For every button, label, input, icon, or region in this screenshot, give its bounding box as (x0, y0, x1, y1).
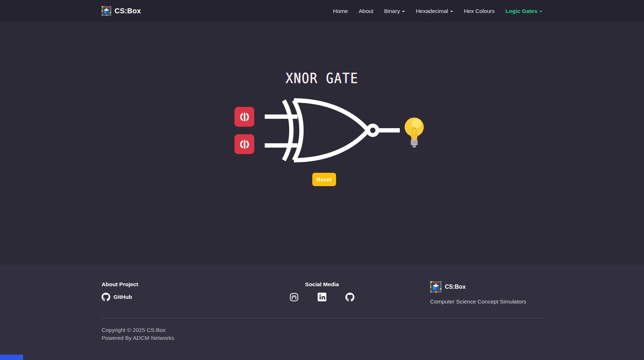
linkedin-icon (318, 293, 326, 301)
copyright-line: Copyright © 2025 CS:Box (102, 326, 542, 334)
footer-brand-column: CS:Box Computer Science Concept Simulato… (395, 281, 542, 305)
input-b-toggle-button[interactable] (234, 134, 254, 154)
nav-item-home[interactable]: Home (333, 8, 348, 14)
about-project-heading: About Project (102, 281, 249, 288)
output-lightbulb-on-icon (403, 116, 425, 150)
power-off-icon (239, 112, 250, 122)
mastodon-icon (290, 293, 299, 302)
csbox-logo-icon (102, 6, 111, 16)
input-a-toggle-button[interactable] (234, 107, 254, 127)
chevron-down-icon (402, 11, 405, 12)
footer-brand-label: CS:Box (445, 284, 466, 290)
reset-button[interactable]: Reset (312, 173, 336, 186)
navbar-brand[interactable]: CS:Box (102, 6, 141, 16)
footer-social-column: Social Media (249, 281, 395, 305)
copyright-block: Copyright © 2025 CS:Box Powered By ADCM … (102, 326, 542, 342)
nav-item-binary[interactable]: Binary (384, 8, 405, 14)
nav-item-hex-colours[interactable]: Hex Colours (464, 8, 495, 14)
nav-item-about[interactable]: About (359, 8, 374, 14)
powered-by-line: Powered By ADCM Networks (102, 334, 542, 342)
power-off-icon (239, 139, 250, 150)
linkedin-link[interactable] (318, 293, 326, 302)
gate-title: XNOR GATE (0, 70, 644, 86)
social-media-heading: Social Media (249, 281, 395, 288)
chevron-down-icon (450, 11, 453, 12)
navbar-brand-label: CS:Box (115, 7, 141, 15)
github-icon (345, 293, 354, 302)
github-social-link[interactable] (345, 293, 354, 302)
nav-item-logic-gates[interactable]: Logic Gates (505, 8, 542, 14)
chevron-down-icon (540, 11, 542, 12)
nav-links: Home About Binary Hexadecimal Hex Colour… (333, 8, 542, 14)
footer: About Project GitHub Social Media (0, 265, 644, 360)
github-link-label: GitHub (113, 294, 132, 300)
footer-brand[interactable]: CS:Box (430, 281, 542, 293)
footer-divider (102, 318, 542, 318)
xor-extra-curve (284, 100, 291, 160)
xnor-gate-diagram (262, 98, 402, 162)
github-icon (102, 293, 110, 301)
gate-top-curve (294, 100, 368, 130)
gate-back-curve (294, 100, 301, 160)
nav-item-hexadecimal[interactable]: Hexadecimal (416, 8, 453, 14)
github-link[interactable]: GitHub (102, 293, 249, 301)
inversion-bubble (368, 126, 377, 135)
footer-about-column: About Project GitHub (102, 281, 249, 305)
bottom-edge-artifact (0, 355, 23, 360)
simulator-stage: XNOR GATE (0, 22, 644, 265)
navbar: CS:Box Home About Binary Hexadecimal Hex… (0, 0, 644, 22)
mastodon-link[interactable] (290, 293, 299, 302)
gate-bottom-curve (294, 130, 368, 160)
footer-tagline: Computer Science Concept Simulators (430, 298, 542, 305)
csbox-logo-icon (430, 281, 442, 293)
